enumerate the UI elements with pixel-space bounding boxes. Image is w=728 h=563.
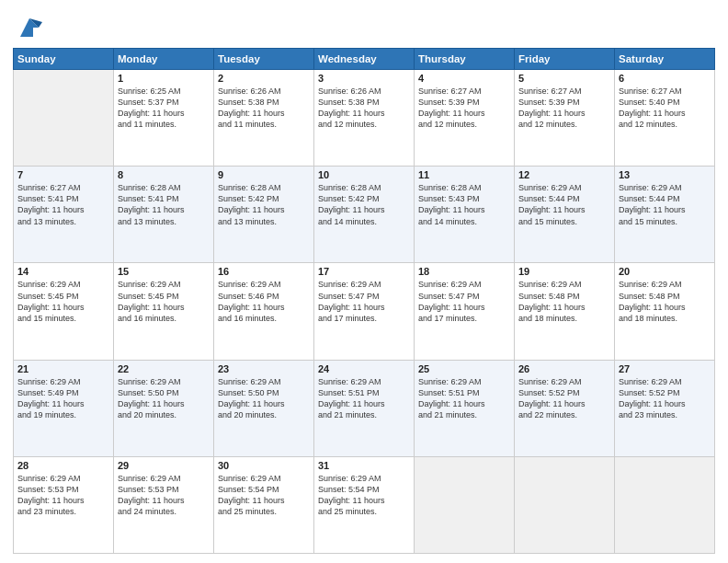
day-info: Sunrise: 6:29 AM Sunset: 5:47 PM Dayligh… [318,279,410,324]
day-info: Sunrise: 6:29 AM Sunset: 5:47 PM Dayligh… [418,279,510,324]
day-info: Sunrise: 6:29 AM Sunset: 5:44 PM Dayligh… [518,182,610,227]
calendar-cell: 25Sunrise: 6:29 AM Sunset: 5:51 PM Dayli… [415,360,515,456]
day-number: 8 [118,169,210,180]
calendar-cell: 8Sunrise: 6:28 AM Sunset: 5:41 PM Daylig… [114,167,214,263]
logo-icon [17,15,42,40]
day-number: 11 [418,169,510,180]
day-info: Sunrise: 6:28 AM Sunset: 5:42 PM Dayligh… [318,182,410,227]
calendar-cell: 18Sunrise: 6:29 AM Sunset: 5:47 PM Dayli… [415,263,515,360]
day-info: Sunrise: 6:27 AM Sunset: 5:41 PM Dayligh… [17,182,109,227]
calendar-cell: 17Sunrise: 6:29 AM Sunset: 5:47 PM Dayli… [314,263,415,360]
day-info: Sunrise: 6:27 AM Sunset: 5:39 PM Dayligh… [518,86,610,131]
day-number: 15 [118,266,210,277]
day-info: Sunrise: 6:29 AM Sunset: 5:50 PM Dayligh… [118,376,210,421]
calendar-cell [14,70,114,167]
day-number: 26 [518,363,610,374]
calendar-cell: 15Sunrise: 6:29 AM Sunset: 5:45 PM Dayli… [114,263,214,360]
day-info: Sunrise: 6:26 AM Sunset: 5:38 PM Dayligh… [318,86,410,131]
weekday-header-friday: Friday [515,49,615,70]
day-info: Sunrise: 6:29 AM Sunset: 5:53 PM Dayligh… [118,473,210,518]
day-number: 21 [17,363,109,374]
calendar-cell: 13Sunrise: 6:29 AM Sunset: 5:44 PM Dayli… [615,167,715,263]
calendar-cell: 9Sunrise: 6:28 AM Sunset: 5:42 PM Daylig… [214,167,314,263]
calendar-cell: 28Sunrise: 6:29 AM Sunset: 5:53 PM Dayli… [14,456,114,553]
calendar-cell: 23Sunrise: 6:29 AM Sunset: 5:50 PM Dayli… [214,360,314,456]
day-info: Sunrise: 6:29 AM Sunset: 5:46 PM Dayligh… [218,279,310,324]
day-number: 13 [619,169,711,180]
calendar-cell: 14Sunrise: 6:29 AM Sunset: 5:45 PM Dayli… [14,263,114,360]
calendar-cell: 21Sunrise: 6:29 AM Sunset: 5:49 PM Dayli… [14,360,114,456]
calendar-cell: 4Sunrise: 6:27 AM Sunset: 5:39 PM Daylig… [415,70,515,167]
day-info: Sunrise: 6:29 AM Sunset: 5:50 PM Dayligh… [218,376,310,421]
day-number: 28 [17,460,109,471]
weekday-header-monday: Monday [114,49,214,70]
day-info: Sunrise: 6:28 AM Sunset: 5:42 PM Dayligh… [218,182,310,227]
logo [13,13,42,40]
calendar-cell: 12Sunrise: 6:29 AM Sunset: 5:44 PM Dayli… [515,167,615,263]
day-number: 12 [518,169,610,180]
weekday-header-saturday: Saturday [615,49,715,70]
calendar-cell: 24Sunrise: 6:29 AM Sunset: 5:51 PM Dayli… [314,360,415,456]
calendar-cell: 2Sunrise: 6:26 AM Sunset: 5:38 PM Daylig… [214,70,314,167]
day-info: Sunrise: 6:29 AM Sunset: 5:45 PM Dayligh… [17,279,109,324]
day-info: Sunrise: 6:29 AM Sunset: 5:52 PM Dayligh… [518,376,610,421]
day-number: 20 [619,266,711,277]
day-number: 27 [619,363,711,374]
weekday-header-row: SundayMondayTuesdayWednesdayThursdayFrid… [14,49,715,70]
calendar-cell: 19Sunrise: 6:29 AM Sunset: 5:48 PM Dayli… [515,263,615,360]
day-number: 29 [118,460,210,471]
day-number: 23 [218,363,310,374]
day-info: Sunrise: 6:29 AM Sunset: 5:54 PM Dayligh… [218,473,310,518]
day-number: 30 [218,460,310,471]
day-info: Sunrise: 6:29 AM Sunset: 5:44 PM Dayligh… [619,182,711,227]
calendar-week-row: 7Sunrise: 6:27 AM Sunset: 5:41 PM Daylig… [14,167,715,263]
day-number: 7 [17,169,109,180]
calendar-cell: 29Sunrise: 6:29 AM Sunset: 5:53 PM Dayli… [114,456,214,553]
day-info: Sunrise: 6:27 AM Sunset: 5:39 PM Dayligh… [418,86,510,131]
calendar-cell [615,456,715,553]
calendar-cell: 10Sunrise: 6:28 AM Sunset: 5:42 PM Dayli… [314,167,415,263]
calendar-week-row: 14Sunrise: 6:29 AM Sunset: 5:45 PM Dayli… [14,263,715,360]
calendar-cell: 6Sunrise: 6:27 AM Sunset: 5:40 PM Daylig… [615,70,715,167]
day-number: 10 [318,169,410,180]
day-number: 4 [418,73,510,84]
day-number: 17 [318,266,410,277]
day-number: 5 [518,73,610,84]
calendar-cell: 26Sunrise: 6:29 AM Sunset: 5:52 PM Dayli… [515,360,615,456]
weekday-header-thursday: Thursday [415,49,515,70]
day-info: Sunrise: 6:25 AM Sunset: 5:37 PM Dayligh… [118,86,210,131]
calendar-cell: 27Sunrise: 6:29 AM Sunset: 5:52 PM Dayli… [615,360,715,456]
calendar-cell: 11Sunrise: 6:28 AM Sunset: 5:43 PM Dayli… [415,167,515,263]
day-info: Sunrise: 6:29 AM Sunset: 5:53 PM Dayligh… [17,473,109,518]
calendar-cell: 30Sunrise: 6:29 AM Sunset: 5:54 PM Dayli… [214,456,314,553]
day-info: Sunrise: 6:26 AM Sunset: 5:38 PM Dayligh… [218,86,310,131]
calendar-cell: 7Sunrise: 6:27 AM Sunset: 5:41 PM Daylig… [14,167,114,263]
calendar-cell: 3Sunrise: 6:26 AM Sunset: 5:38 PM Daylig… [314,70,415,167]
day-info: Sunrise: 6:29 AM Sunset: 5:48 PM Dayligh… [619,279,711,324]
day-number: 14 [17,266,109,277]
weekday-header-wednesday: Wednesday [314,49,415,70]
calendar-cell: 16Sunrise: 6:29 AM Sunset: 5:46 PM Dayli… [214,263,314,360]
day-number: 22 [118,363,210,374]
calendar-cell: 22Sunrise: 6:29 AM Sunset: 5:50 PM Dayli… [114,360,214,456]
day-number: 2 [218,73,310,84]
calendar-cell [415,456,515,553]
day-number: 9 [218,169,310,180]
day-info: Sunrise: 6:29 AM Sunset: 5:45 PM Dayligh… [118,279,210,324]
calendar-cell: 5Sunrise: 6:27 AM Sunset: 5:39 PM Daylig… [515,70,615,167]
day-info: Sunrise: 6:28 AM Sunset: 5:43 PM Dayligh… [418,182,510,227]
day-info: Sunrise: 6:29 AM Sunset: 5:49 PM Dayligh… [17,376,109,421]
day-number: 6 [619,73,711,84]
calendar-table: SundayMondayTuesdayWednesdayThursdayFrid… [13,48,715,554]
calendar-cell [515,456,615,553]
day-number: 24 [318,363,410,374]
calendar-week-row: 1Sunrise: 6:25 AM Sunset: 5:37 PM Daylig… [14,70,715,167]
day-info: Sunrise: 6:29 AM Sunset: 5:54 PM Dayligh… [318,473,410,518]
calendar-week-row: 28Sunrise: 6:29 AM Sunset: 5:53 PM Dayli… [14,456,715,553]
day-number: 31 [318,460,410,471]
day-info: Sunrise: 6:29 AM Sunset: 5:51 PM Dayligh… [318,376,410,421]
day-info: Sunrise: 6:28 AM Sunset: 5:41 PM Dayligh… [118,182,210,227]
header [13,9,715,40]
day-info: Sunrise: 6:27 AM Sunset: 5:40 PM Dayligh… [619,86,711,131]
page: SundayMondayTuesdayWednesdayThursdayFrid… [0,0,728,563]
